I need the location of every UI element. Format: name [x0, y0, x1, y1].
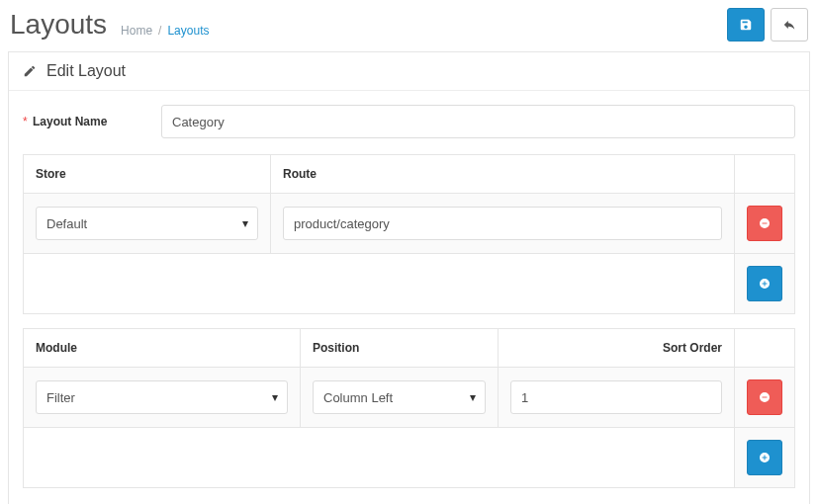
page-header: Layouts Home / Layouts [0, 0, 818, 51]
back-button[interactable] [771, 8, 808, 42]
position-select-wrap: Column Left [313, 380, 486, 414]
minus-circle-icon [759, 391, 771, 403]
breadcrumb-current[interactable]: Layouts [167, 24, 209, 38]
module-add-spacer [24, 428, 735, 488]
routes-table: Store Route Default [23, 154, 795, 314]
panel-title: Edit Layout [46, 62, 126, 80]
pencil-icon [23, 64, 37, 78]
header-actions [727, 8, 808, 42]
module-select-wrap: Filter [36, 380, 288, 414]
breadcrumb: Home / Layouts [121, 24, 209, 38]
reply-icon [782, 18, 796, 32]
minus-circle-icon [759, 217, 771, 229]
add-route-button[interactable] [747, 266, 782, 301]
remove-route-button[interactable] [747, 206, 782, 241]
breadcrumb-home[interactable]: Home [121, 24, 152, 38]
module-select[interactable]: Filter [36, 380, 288, 414]
layout-name-row: * Layout Name [23, 105, 795, 138]
route-add-spacer [24, 254, 735, 314]
modules-header-action [735, 329, 795, 368]
plus-circle-icon [759, 452, 771, 463]
layout-name-input[interactable] [161, 105, 795, 138]
plus-circle-icon [759, 278, 771, 290]
page-title: Layouts [10, 9, 107, 41]
modules-header-position: Position [301, 329, 499, 368]
module-row: Filter Column Left [24, 368, 795, 428]
modules-header-sort: Sort Order [499, 329, 735, 368]
sort-order-input[interactable] [510, 380, 722, 414]
panel-heading: Edit Layout [9, 52, 809, 91]
routes-header-route: Route [271, 155, 735, 194]
layout-name-label-text: Layout Name [33, 115, 107, 128]
edit-layout-panel: Edit Layout * Layout Name Store Route [8, 51, 810, 504]
modules-table: Module Position Sort Order Filter [23, 328, 795, 488]
store-select-wrap: Default [36, 207, 258, 240]
save-button[interactable] [727, 8, 765, 42]
modules-header-module: Module [24, 329, 301, 368]
route-row: Default [24, 194, 795, 254]
panel-body: * Layout Name Store Route De [9, 91, 809, 504]
store-select[interactable]: Default [36, 207, 258, 240]
layout-name-label: * Layout Name [23, 115, 161, 128]
routes-header-store: Store [24, 155, 271, 194]
add-module-button[interactable] [747, 440, 782, 475]
route-input[interactable] [283, 207, 722, 240]
position-select[interactable]: Column Left [313, 380, 486, 414]
save-icon [739, 18, 753, 32]
routes-header-action [735, 155, 795, 194]
remove-module-button[interactable] [747, 379, 782, 415]
breadcrumb-separator: / [158, 24, 161, 38]
required-asterisk: * [23, 115, 28, 128]
